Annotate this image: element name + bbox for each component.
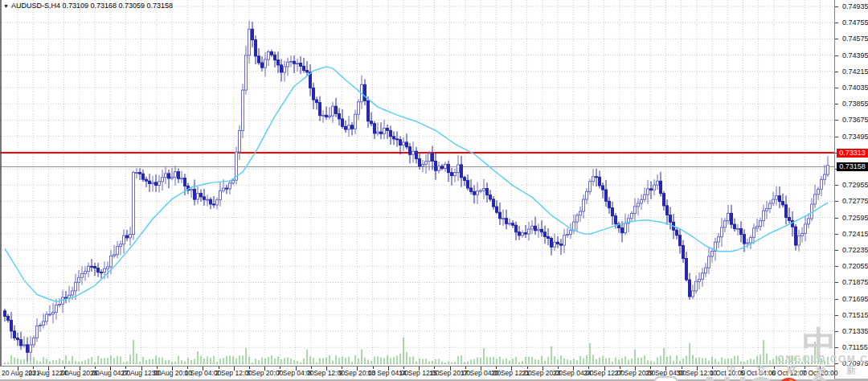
time-axis-label: 6 Oct 12:00 — [772, 369, 807, 377]
price-axis-tick — [835, 55, 838, 56]
price-axis-label: 0.70975 — [842, 359, 868, 367]
price-axis: 0.749350.747550.745750.743950.742150.740… — [834, 0, 868, 381]
price-axis-tick — [835, 137, 838, 137]
price-axis-label: 0.74935 — [842, 2, 868, 10]
price-axis-label: 0.72595 — [842, 214, 868, 222]
price-axis-tick — [835, 185, 838, 186]
price-axis-label: 0.73855 — [842, 100, 868, 108]
price-axis-tick — [835, 315, 838, 316]
collapse-triangle-icon[interactable]: ▼ — [3, 3, 9, 9]
price-axis-tick — [835, 72, 838, 72]
price-axis-tick — [835, 88, 838, 88]
candlestick-plot — [0, 0, 834, 366]
price-axis-tick — [835, 201, 838, 202]
price-axis-tick — [835, 250, 838, 251]
hline-price-label: 0.73313 — [837, 149, 868, 158]
price-axis-label: 0.72955 — [842, 181, 868, 189]
price-axis-tick — [835, 39, 838, 39]
price-axis-tick — [835, 331, 838, 332]
time-axis-label: 5 Oct 04:00 — [741, 369, 776, 377]
price-axis-label: 0.72055 — [842, 262, 868, 270]
price-axis-label: 0.74035 — [842, 84, 868, 92]
price-axis-label: 0.74575 — [842, 35, 868, 43]
price-axis-label: 0.71155 — [842, 343, 868, 351]
price-axis-tick — [835, 104, 838, 104]
price-axis-label: 0.72415 — [842, 230, 868, 238]
chart-canvas[interactable]: ▼AUDUSD-S,H4 0.73109 0.73168 0.73059 0.7… — [0, 0, 834, 366]
price-axis-label: 0.72775 — [842, 197, 868, 205]
price-axis-label: 0.72235 — [842, 246, 868, 254]
price-axis-tick — [835, 363, 838, 364]
price-axis-tick — [835, 347, 838, 348]
price-axis-label: 0.71515 — [842, 311, 868, 319]
time-axis-label: 7 Oct 20:00 — [802, 369, 837, 377]
price-axis-label: 0.73675 — [842, 116, 868, 124]
time-axis: 20 Aug 202123 Aug 12:0024 Aug 20:0026 Au… — [0, 366, 834, 379]
price-axis-tick — [835, 120, 838, 121]
price-axis-label: 0.74395 — [842, 51, 868, 59]
mt4-chart-window: ▼AUDUSD-S,H4 0.73109 0.73168 0.73059 0.7… — [0, 0, 868, 381]
price-axis-tick — [835, 23, 838, 23]
price-axis-label: 0.74215 — [842, 68, 868, 76]
price-axis-tick — [835, 6, 838, 7]
price-axis-label: 0.71335 — [842, 327, 868, 335]
window-left-border — [0, 0, 2, 379]
price-axis-tick — [835, 218, 838, 219]
price-axis-tick — [835, 299, 838, 300]
price-axis-label: 0.71695 — [842, 295, 868, 303]
price-axis-tick — [835, 234, 838, 235]
price-axis-label: 0.71875 — [842, 278, 868, 286]
price-axis-label: 0.73495 — [842, 133, 868, 141]
price-axis-label: 0.74755 — [842, 18, 868, 27]
price-axis-tick — [835, 282, 838, 283]
current-price-label: 0.73158 — [837, 162, 868, 171]
symbol-ohlc-readout: AUDUSD-S,H4 0.73109 0.73168 0.73059 0.73… — [11, 2, 173, 10]
price-axis-tick — [835, 266, 838, 267]
time-axis-label: 1 Oct 20:00 — [710, 369, 745, 377]
chart-title: ▼AUDUSD-S,H4 0.73109 0.73168 0.73059 0.7… — [3, 2, 173, 10]
